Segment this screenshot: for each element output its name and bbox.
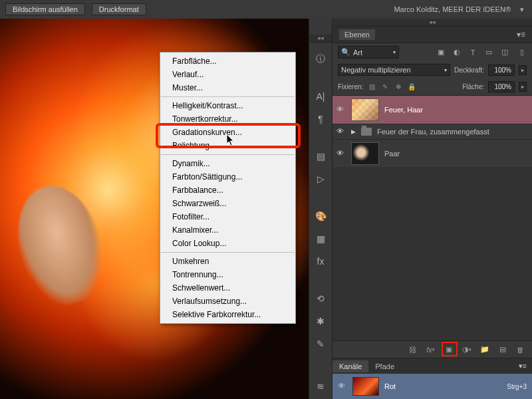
author-credit: Marco Kolditz, MEER DER IDEEN® bbox=[394, 5, 511, 13]
canvas[interactable]: Farbfläche... Verlauf... Muster... Helli… bbox=[0, 19, 309, 399]
lock-position-icon[interactable]: ✥ bbox=[394, 82, 403, 92]
opacity-label: Deckkraft: bbox=[454, 66, 484, 74]
filter-shape-icon[interactable]: ▭ bbox=[484, 48, 493, 57]
panel-menu-icon[interactable]: ▾≡ bbox=[519, 362, 532, 370]
brushes-icon[interactable]: ✱ bbox=[314, 315, 327, 327]
layer-mask-icon[interactable]: ▣ bbox=[444, 344, 454, 354]
swatches-icon[interactable]: 🎨 bbox=[314, 210, 327, 222]
menu-item[interactable]: Selektive Farbkorrektur... bbox=[160, 308, 295, 321]
blend-mode-value: Negativ multiplizieren bbox=[341, 66, 411, 74]
opacity-value[interactable]: 100% bbox=[488, 65, 515, 76]
disclosure-icon[interactable]: ▶ bbox=[351, 128, 356, 135]
channel-row[interactable]: 👁 Rot Strg+3 bbox=[332, 374, 532, 399]
menu-item[interactable]: Belichtung... bbox=[160, 139, 295, 152]
menu-item-levels[interactable]: Tonwertkorrektur... bbox=[160, 112, 295, 126]
menu-item[interactable]: Schwellenwert... bbox=[160, 281, 295, 295]
brush-preset-icon[interactable]: ▤ bbox=[314, 150, 327, 162]
print-format-button[interactable]: Druckformat bbox=[92, 3, 146, 15]
menu-item[interactable]: Gradationskurven... bbox=[160, 126, 295, 139]
channel-name[interactable]: Rot bbox=[384, 382, 501, 390]
layer-filter-select[interactable]: 🔍 ▾ bbox=[338, 46, 399, 59]
play-icon[interactable]: ▷ bbox=[314, 173, 327, 185]
layer-name[interactable]: Feuer der Frau, zusammengefasst bbox=[377, 128, 489, 136]
lock-all-icon[interactable]: 🔒 bbox=[407, 82, 416, 92]
filter-smart-icon[interactable]: ◫ bbox=[500, 48, 509, 57]
channel-shortcut: Strg+3 bbox=[507, 383, 527, 390]
layer-thumbnail[interactable] bbox=[351, 98, 379, 121]
fill-screen-button[interactable]: Bildschirm ausfüllen bbox=[5, 3, 85, 15]
right-panels: ◂◂ Ebenen ▾≡ 🔍 ▾ ▣ ◐ T ▭ ◫ ▯ Negativ mu bbox=[332, 19, 532, 399]
layers-empty-area[interactable] bbox=[332, 168, 532, 340]
visibility-icon[interactable]: 👁 bbox=[336, 149, 346, 158]
menu-item[interactable]: Verlaufsumsetzung... bbox=[160, 295, 295, 308]
new-layer-icon[interactable]: ▤ bbox=[497, 344, 507, 354]
layers-footer: ⛓ fx▾ ▣ ◑▾ 📁 ▤ 🗑 bbox=[332, 340, 532, 358]
menu-item[interactable]: Verlauf... bbox=[160, 68, 295, 81]
menu-item[interactable]: Umkehren bbox=[160, 255, 295, 268]
dropdown-icon[interactable]: ▾ bbox=[517, 5, 527, 14]
layer-row[interactable]: 👁 ▶ Feuer der Frau, zusammengefasst bbox=[332, 124, 532, 140]
menu-item[interactable]: Farbton/Sättigung... bbox=[160, 170, 295, 184]
channel-thumbnail[interactable] bbox=[352, 377, 379, 396]
folder-icon bbox=[361, 128, 372, 136]
visibility-icon[interactable]: 👁 bbox=[336, 105, 346, 114]
chevron-down-icon: ▾ bbox=[393, 49, 396, 55]
collapse-handle[interactable]: ◂◂ bbox=[332, 19, 532, 27]
visibility-icon[interactable]: 👁 bbox=[338, 382, 347, 391]
menu-item[interactable]: Tontrennung... bbox=[160, 268, 295, 281]
history-icon[interactable]: ⟲ bbox=[314, 293, 327, 305]
fill-flyout[interactable]: ▸ bbox=[519, 82, 527, 92]
layers-tab-bar: Ebenen ▾≡ bbox=[332, 27, 532, 43]
filter-adjust-icon[interactable]: ◐ bbox=[452, 48, 462, 57]
fx-icon[interactable]: fx bbox=[314, 255, 327, 267]
search-icon: 🔍 bbox=[341, 48, 350, 57]
layer-thumbnail[interactable] bbox=[351, 142, 379, 165]
menu-item[interactable]: Color Lookup... bbox=[160, 237, 295, 250]
fill-label: Fläche: bbox=[462, 83, 484, 90]
styles-icon[interactable]: ▦ bbox=[314, 233, 327, 245]
opacity-flyout[interactable]: ▸ bbox=[519, 65, 527, 75]
lock-transparent-icon[interactable]: ▨ bbox=[367, 82, 376, 92]
layer-row[interactable]: 👁 Feuer, Haar bbox=[332, 96, 532, 124]
info-icon[interactable]: ⓘ bbox=[314, 53, 327, 65]
blend-mode-select[interactable]: Negativ multiplizieren ▾ bbox=[338, 64, 450, 76]
layers-tab[interactable]: Ebenen bbox=[339, 29, 375, 40]
menu-item[interactable]: Fotofilter... bbox=[160, 210, 295, 223]
layer-filter-input[interactable] bbox=[353, 49, 390, 57]
chevron-down-icon: ▾ bbox=[444, 67, 447, 73]
menu-item[interactable]: Dynamik... bbox=[160, 157, 295, 170]
collapsed-panel-strip: ◂◂ ⓘ A| ¶ ▤ ▷ 🎨 ▦ fx ⟲ ✱ ✎ ≋ bbox=[309, 19, 332, 399]
collapse-handle[interactable]: ◂◂ bbox=[309, 35, 332, 43]
paragraph-icon[interactable]: ¶ bbox=[314, 113, 327, 125]
filter-type-icon[interactable]: T bbox=[468, 48, 477, 57]
fill-value[interactable]: 100% bbox=[488, 81, 515, 92]
properties-icon[interactable]: ≋ bbox=[314, 380, 327, 392]
channels-tab[interactable]: Kanäle bbox=[332, 360, 368, 372]
link-layers-icon[interactable]: ⛓ bbox=[408, 344, 418, 354]
adjustment-layer-icon[interactable]: ◑▾ bbox=[462, 344, 471, 354]
menu-item[interactable]: Farbbalance... bbox=[160, 184, 295, 197]
menu-item[interactable]: Schwarzweiß... bbox=[160, 197, 295, 210]
tool-preset-icon[interactable]: ✎ bbox=[314, 338, 327, 350]
adjustment-layer-menu: Farbfläche... Verlauf... Muster... Helli… bbox=[160, 52, 296, 324]
panel-menu-icon[interactable]: ▾≡ bbox=[517, 30, 525, 39]
character-icon[interactable]: A| bbox=[314, 90, 327, 102]
menu-item[interactable]: Farbfläche... bbox=[160, 55, 295, 68]
lock-pixels-icon[interactable]: ✎ bbox=[380, 82, 390, 92]
new-group-icon[interactable]: 📁 bbox=[479, 344, 489, 354]
layers-list: 👁 Feuer, Haar 👁 ▶ Feuer der Frau, zusamm… bbox=[332, 96, 532, 168]
visibility-icon[interactable]: 👁 bbox=[336, 127, 346, 136]
filter-toggle-icon[interactable]: ▯ bbox=[517, 48, 527, 57]
menu-item[interactable]: Helligkeit/Kontrast... bbox=[160, 99, 295, 112]
layer-name[interactable]: Feuer, Haar bbox=[384, 106, 423, 114]
delete-layer-icon[interactable]: 🗑 bbox=[515, 344, 525, 354]
paths-tab[interactable]: Pfade bbox=[368, 360, 401, 372]
filter-pixel-icon[interactable]: ▣ bbox=[436, 48, 446, 57]
layer-name[interactable]: Paar bbox=[384, 150, 400, 158]
layer-fx-icon[interactable]: fx▾ bbox=[426, 344, 436, 354]
layer-row[interactable]: 👁 Paar bbox=[332, 140, 532, 168]
menu-item[interactable]: Kanalmixer... bbox=[160, 223, 295, 237]
menu-item[interactable]: Muster... bbox=[160, 81, 295, 94]
lock-label: Fixieren: bbox=[338, 83, 363, 90]
channels-tab-bar: Kanäle Pfade ▾≡ bbox=[332, 358, 532, 374]
